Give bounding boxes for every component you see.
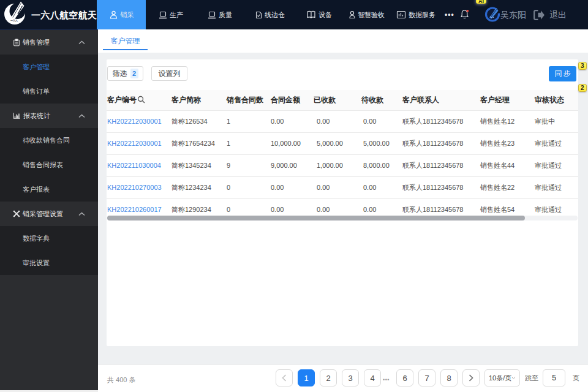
svg-text:一六八: 一六八 xyxy=(10,19,18,22)
